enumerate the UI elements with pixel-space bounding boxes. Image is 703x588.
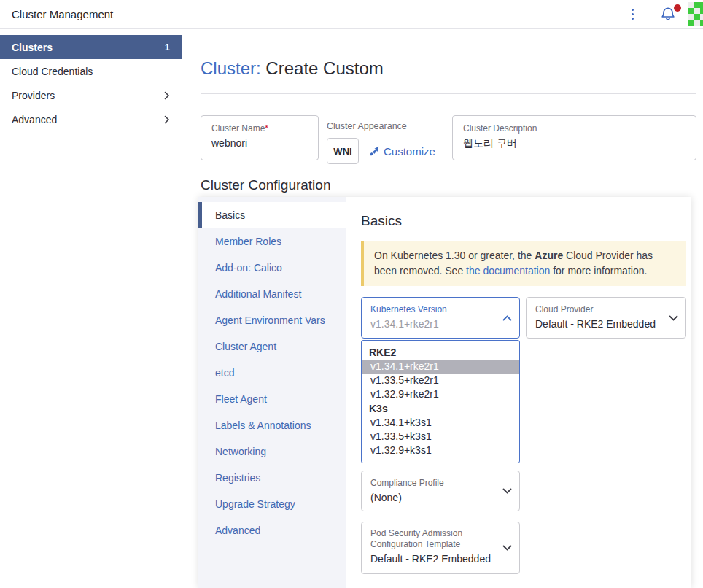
cluster-configuration-card: BasicsMember RolesAdd-on: CalicoAddition…	[198, 197, 691, 588]
section-title: Cluster Configuration	[201, 177, 330, 193]
cloud-provider-select[interactable]: Cloud Provider Default - RKE2 Embedded	[526, 297, 686, 339]
tab-registries[interactable]: Registries	[198, 465, 346, 491]
pod-security-admission-value: Default - RKE2 Embedded	[370, 553, 500, 565]
page-title-text: Create Custom	[265, 58, 383, 78]
version-option-v1-34-1-k3s1[interactable]: v1.34.1+k3s1	[362, 416, 519, 430]
notification-bell-icon[interactable]	[659, 5, 681, 26]
tab-fleet-agent[interactable]: Fleet Agent	[198, 386, 346, 412]
sidebar-count-badge: 1	[165, 42, 170, 53]
tab-advanced[interactable]: Advanced	[198, 517, 346, 543]
tab-upgrade-strategy[interactable]: Upgrade Strategy	[198, 491, 346, 517]
version-option-v1-33-5-rke2r1[interactable]: v1.33.5+rke2r1	[362, 374, 519, 387]
sidebar-item-label: Providers	[12, 90, 55, 101]
cluster-badge-preview: WNI	[327, 138, 359, 164]
cluster-description-field[interactable]: Cluster Description 웹노리 쿠버	[452, 115, 696, 160]
sidebar-item-clusters[interactable]: Clusters1	[0, 35, 182, 59]
notification-badge	[674, 4, 681, 12]
version-option-v1-32-9-rke2r1[interactable]: v1.32.9+rke2r1	[362, 387, 519, 401]
chevron-down-icon	[669, 315, 678, 321]
top-header: Cluster Management	[0, 0, 703, 29]
kubernetes-version-value: v1.34.1+rke2r1	[370, 318, 500, 330]
version-option-v1-34-1-rke2r1[interactable]: v1.34.1+rke2r1	[362, 360, 519, 374]
chevron-up-icon	[502, 315, 512, 321]
app-title: Cluster Management	[12, 0, 113, 29]
cluster-description-value[interactable]: 웹노리 쿠버	[463, 137, 685, 150]
version-option-v1-33-5-k3s1[interactable]: v1.33.5+k3s1	[362, 430, 519, 444]
cloud-provider-value: Default - RKE2 Embedded	[535, 318, 667, 330]
tab-member-roles[interactable]: Member Roles	[198, 228, 346, 255]
tab-additional-manifest[interactable]: Additional Manifest	[198, 281, 346, 307]
page-title: Cluster: Create Custom	[201, 58, 384, 79]
main-content: Cluster: Create Custom Cluster Name* web…	[182, 29, 703, 588]
compliance-profile-select[interactable]: Compliance Profile (None)	[361, 471, 520, 511]
cluster-appearance-label: Cluster Appearance	[327, 121, 435, 131]
version-group-k3s: K3s	[362, 401, 519, 416]
compliance-profile-label: Compliance Profile	[370, 478, 500, 488]
required-asterisk: *	[265, 123, 268, 134]
config-tab-content: Basics On Kubernetes 1.30 or greater, th…	[346, 197, 691, 588]
brush-icon	[369, 146, 379, 156]
tab-labels-annotations[interactable]: Labels & Annotations	[198, 412, 346, 438]
azure-warning-banner: On Kubernetes 1.30 or greater, the Azure…	[361, 241, 686, 286]
pod-security-admission-label: Pod Security Admission Configuration Tem…	[370, 528, 491, 550]
config-tab-list: BasicsMember RolesAdd-on: CalicoAddition…	[198, 197, 346, 588]
cluster-name-value[interactable]: webnori	[211, 137, 308, 149]
tab-cluster-agent[interactable]: Cluster Agent	[198, 333, 346, 360]
tab-add-on-calico[interactable]: Add-on: Calico	[198, 255, 346, 281]
tab-agent-environment-vars[interactable]: Agent Environment Vars	[198, 307, 346, 333]
version-option-v1-32-9-k3s1[interactable]: v1.32.9+k3s1	[362, 444, 519, 457]
kubernetes-version-dropdown: RKE2v1.34.1+rke2r1v1.33.5+rke2r1v1.32.9+…	[361, 340, 520, 463]
cluster-name-field[interactable]: Cluster Name* webnori	[201, 115, 319, 160]
chevron-right-icon	[164, 115, 170, 124]
cluster-name-label: Cluster Name*	[211, 123, 308, 134]
customize-link[interactable]: Customize	[369, 145, 435, 158]
page-title-prefix: Cluster:	[201, 58, 261, 78]
customize-label: Customize	[384, 145, 435, 158]
kubernetes-version-label: Kubernetes Version	[370, 304, 500, 314]
sidebar-item-label: Cloud Credentials	[12, 66, 93, 77]
chevron-down-icon	[502, 545, 512, 551]
kubernetes-version-select[interactable]: Kubernetes Version v1.34.1+rke2r1	[361, 297, 520, 339]
user-identicon[interactable]	[688, 2, 703, 27]
sidebar-item-providers[interactable]: Providers	[0, 83, 182, 107]
tab-networking[interactable]: Networking	[198, 438, 346, 465]
pod-security-admission-select[interactable]: Pod Security Admission Configuration Tem…	[361, 522, 520, 574]
sidebar-item-cloud-credentials[interactable]: Cloud Credentials	[0, 59, 182, 83]
sidebar-item-label: Advanced	[12, 114, 57, 125]
app-window: Cluster Management Clusters1Cloud Creden…	[0, 0, 703, 588]
chevron-down-icon	[502, 488, 512, 494]
chevron-right-icon	[164, 91, 170, 100]
documentation-link[interactable]: the documentation	[466, 265, 550, 276]
cluster-description-label: Cluster Description	[463, 123, 685, 134]
cloud-provider-label: Cloud Provider	[535, 304, 667, 314]
compliance-profile-value: (None)	[370, 492, 500, 503]
tab-basics[interactable]: Basics	[198, 202, 346, 228]
sidebar-item-advanced[interactable]: Advanced	[0, 107, 182, 131]
basics-heading: Basics	[361, 213, 686, 229]
cluster-appearance-group: Cluster Appearance WNI Customize	[327, 121, 435, 164]
version-group-rke2: RKE2	[362, 345, 519, 360]
kebab-menu-icon[interactable]	[626, 7, 639, 23]
sidebar-nav: Clusters1Cloud CredentialsProvidersAdvan…	[0, 29, 182, 588]
sidebar-item-label: Clusters	[12, 42, 53, 53]
tab-etcd[interactable]: etcd	[198, 360, 346, 386]
title-divider	[201, 93, 696, 94]
